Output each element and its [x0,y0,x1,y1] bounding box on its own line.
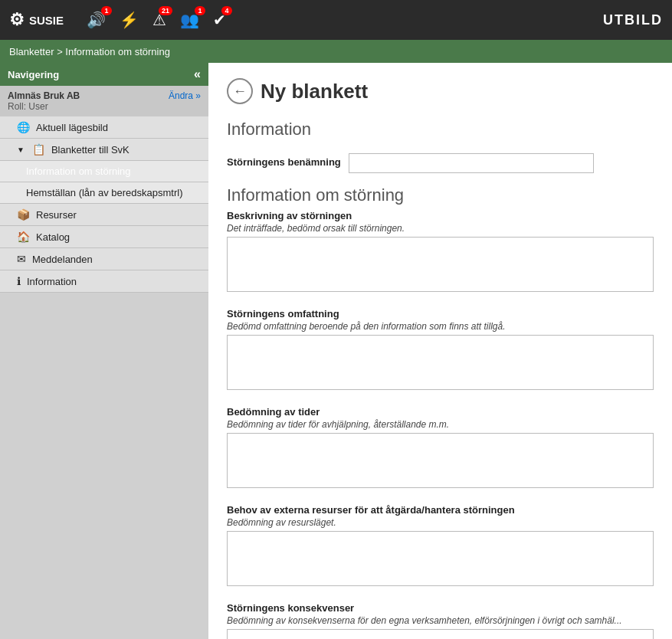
main-layout: Navigering « Almnäs Bruk AB Ändra » Roll… [0,63,672,639]
sidebar-label-information: Information [27,276,77,287]
speaker-badge: 1 [101,6,112,15]
people-icon-item[interactable]: 👥 1 [180,11,199,29]
sidebar-item-lagesbild[interactable]: 🌐 Aktuell lägesbild [0,116,208,139]
sidebar-title: Navigering [8,69,59,80]
section-information-title: Information [227,120,654,143]
tider-hint: Bedömning av tider för avhjälpning, åter… [227,419,654,430]
info-icon: ℹ [17,275,21,287]
back-button[interactable]: ← [227,78,253,104]
sidebar: Navigering « Almnäs Bruk AB Ändra » Roll… [0,63,208,639]
page-title: Ny blankett [261,80,368,103]
omfattning-label: Störningens omfattning [227,308,654,320]
field-tider: Bedömning av tider Bedömning av tider fö… [227,406,654,490]
beskrivning-hint: Det inträffade, bedömd orsak till störni… [227,223,654,234]
gear-icon: ⚙ [9,10,25,30]
sidebar-label-hemstallen: Hemställan (lån av beredskapsmtrl) [26,187,182,198]
breadcrumb: Blanketter > Information om störning [0,46,179,57]
content: ← Ny blankett Information Störningens be… [208,63,672,639]
sidebar-item-blanketter[interactable]: ▼ 📋 Blanketter till SvK [0,139,208,161]
storning-input[interactable] [349,153,594,173]
sidebar-user-name: Almnäs Bruk AB [8,90,80,101]
sidebar-label-katalog: Katalog [36,231,70,243]
field-konsekvenser: Störningens konsekvenser Bedömning av ko… [227,602,654,639]
konsekvenser-hint: Bedömning av konsekvenserna för den egna… [227,615,654,626]
sidebar-label-meddelanden: Meddelanden [32,254,93,265]
logo: ⚙ SUSIE [9,10,64,30]
checkbox-icon-item[interactable]: ✔ 4 [213,11,226,29]
sidebar-label-resurser: Resurser [36,209,77,221]
beskrivning-label: Beskrivning av störningen [227,210,654,221]
tider-textarea[interactable] [227,433,654,488]
sidebar-label-lagesbild: Aktuell lägesbild [36,122,108,133]
field-omfattning: Störningens omfattning Bedömd omfattning… [227,308,654,392]
lightning-icon-item[interactable]: ⚡ [120,11,139,29]
sidebar-item-resurser[interactable]: 📦 Resurser [0,204,208,226]
resurser-icon: 📦 [17,208,30,221]
sidebar-header: Navigering « [0,63,208,86]
warning-icon-item[interactable]: ⚠ 21 [152,11,166,29]
sidebar-item-information[interactable]: ℹ Information [0,270,208,293]
navbar: Blanketter > Information om störning [0,40,672,63]
people-badge: 1 [195,6,205,15]
page-title-row: ← Ny blankett [227,78,654,104]
speaker-icon-item[interactable]: 🔊 1 [87,11,106,29]
storning-label: Störningens benämning [227,156,341,168]
sidebar-section: 🌐 Aktuell lägesbild ▼ 📋 Blanketter till … [0,116,208,293]
checkbox-badge: 4 [221,6,232,15]
tider-label: Bedömning av tider [227,406,654,418]
omfattning-hint: Bedömd omfattning beroende på den inform… [227,321,654,332]
sidebar-change-link[interactable]: Ändra » [169,90,201,101]
topbar-right-text: UTBILD [603,12,663,28]
sidebar-label-blanketter: Blanketter till SvK [51,144,129,156]
konsekvenser-textarea[interactable] [227,629,654,639]
externa-resurser-textarea[interactable] [227,531,654,586]
sidebar-user-role: Roll: User [8,101,201,112]
expand-icon: ▼ [17,146,25,154]
storning-field-row: Störningens benämning [227,153,654,173]
konsekvenser-label: Störningens konsekvenser [227,602,654,614]
sidebar-collapse-icon[interactable]: « [194,67,201,81]
back-arrow-icon: ← [233,84,247,100]
beskrivning-textarea[interactable] [227,237,654,292]
globe-icon: 🌐 [17,121,30,133]
lightning-icon: ⚡ [120,11,139,28]
sidebar-item-katalog[interactable]: 🏠 Katalog [0,226,208,248]
topbar: ⚙ SUSIE 🔊 1 ⚡ ⚠ 21 👥 1 ✔ 4 UTBILD [0,0,672,40]
section-om-storning-title: Information om störning [227,185,654,205]
sidebar-item-information-om-storning[interactable]: Information om störning [0,161,208,182]
sidebar-item-hemstallen[interactable]: Hemställan (lån av beredskapsmtrl) [0,182,208,204]
externa-resurser-hint: Bedömning av resursläget. [227,517,654,528]
topbar-icons: 🔊 1 ⚡ ⚠ 21 👥 1 ✔ 4 [87,11,603,29]
sidebar-item-meddelanden[interactable]: ✉ Meddelanden [0,248,208,270]
field-externa-resurser: Behov av externa resurser för att åtgärd… [227,504,654,588]
sidebar-user: Almnäs Bruk AB Ändra » Roll: User [0,86,208,116]
sidebar-label-information-om-storning: Information om störning [26,165,131,177]
content-inner: ← Ny blankett Information Störningens be… [208,63,672,639]
katalog-icon: 🏠 [17,231,30,243]
field-beskrivning: Beskrivning av störningen Det inträffade… [227,210,654,294]
meddelanden-icon: ✉ [17,253,26,265]
warning-badge: 21 [159,6,172,15]
externa-resurser-label: Behov av externa resurser för att åtgärd… [227,504,654,516]
form-icon: 📋 [32,143,45,156]
logo-text: SUSIE [29,14,64,27]
omfattning-textarea[interactable] [227,335,654,390]
